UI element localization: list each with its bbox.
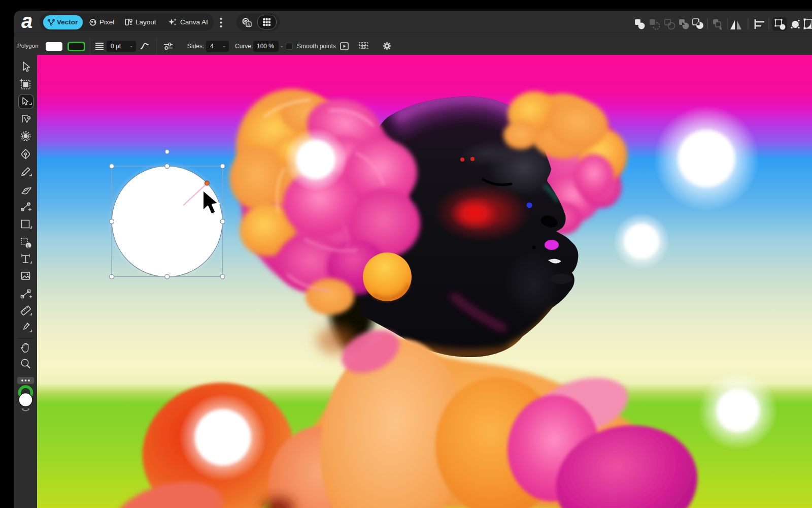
svg-text:A: A (247, 22, 250, 27)
